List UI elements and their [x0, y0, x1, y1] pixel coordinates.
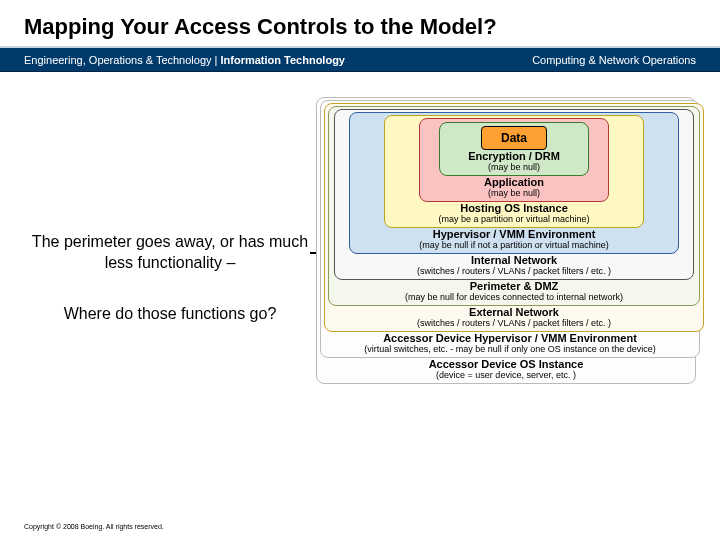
layer-accessor-os: Data Encryption / DRM (may be null) Appl…	[316, 97, 696, 384]
advm-sub: (virtual switches, etc. - may be null if…	[324, 344, 696, 354]
band-right: Computing & Network Operations	[532, 54, 696, 66]
hyp-sub: (may be null if not a partition or virtu…	[353, 240, 675, 250]
layer-stack: Data Encryption / DRM (may be null) Appl…	[316, 98, 696, 384]
enc-label: Encryption / DRM	[443, 150, 585, 162]
copyright-footer: Copyright © 2008 Boeing. All rights rese…	[24, 523, 164, 530]
header-band: Engineering, Operations & Technology | I…	[0, 46, 720, 72]
body-paragraph-1: The perimeter goes away, or has much les…	[30, 232, 310, 274]
host-label: Hosting OS Instance	[388, 202, 640, 214]
layer-encryption: Data Encryption / DRM (may be null)	[439, 122, 589, 176]
ados-sub: (device = user device, server, etc. )	[320, 370, 692, 380]
layer-external-network: Data Encryption / DRM (may be null) Appl…	[324, 103, 704, 332]
app-label: Application	[423, 176, 605, 188]
app-sub: (may be null)	[423, 188, 605, 198]
int-label: Internal Network	[338, 254, 690, 266]
band-left-bold: Information Technology	[221, 54, 345, 66]
enc-sub: (may be null)	[443, 162, 585, 172]
layer-data: Data	[481, 126, 547, 150]
per-sub: (may be null for devices connected to in…	[332, 292, 696, 302]
ados-label: Accessor Device OS Instance	[320, 358, 692, 370]
band-left: Engineering, Operations & Technology | I…	[24, 54, 345, 66]
band-left-plain: Engineering, Operations & Technology |	[24, 54, 221, 66]
body-paragraph-2: Where do those functions go?	[30, 304, 310, 325]
per-label: Perimeter & DMZ	[332, 280, 696, 292]
title-bar: Mapping Your Access Controls to the Mode…	[0, 0, 720, 46]
layer-hosting-os: Data Encryption / DRM (may be null) Appl…	[384, 115, 644, 228]
content-area: The perimeter goes away, or has much les…	[0, 72, 720, 502]
advm-label: Accessor Device Hypervisor / VMM Environ…	[324, 332, 696, 344]
layer-perimeter-dmz: Data Encryption / DRM (may be null) Appl…	[328, 106, 700, 306]
layer-application: Data Encryption / DRM (may be null) Appl…	[419, 118, 609, 202]
layer-accessor-hypervisor: Data Encryption / DRM (may be null) Appl…	[320, 100, 700, 358]
ext-sub: (switches / routers / VLANs / packet fil…	[328, 318, 700, 328]
int-sub: (switches / routers / VLANs / packet fil…	[338, 266, 690, 276]
hyp-label: Hypervisor / VMM Environment	[353, 228, 675, 240]
layer-internal-network: Data Encryption / DRM (may be null) Appl…	[334, 109, 694, 280]
page-title: Mapping Your Access Controls to the Mode…	[24, 14, 696, 40]
ext-label: External Network	[328, 306, 700, 318]
body-text: The perimeter goes away, or has much les…	[30, 232, 310, 324]
layer-hypervisor: Data Encryption / DRM (may be null) Appl…	[349, 112, 679, 254]
host-sub: (may be a partition or virtual machine)	[388, 214, 640, 224]
